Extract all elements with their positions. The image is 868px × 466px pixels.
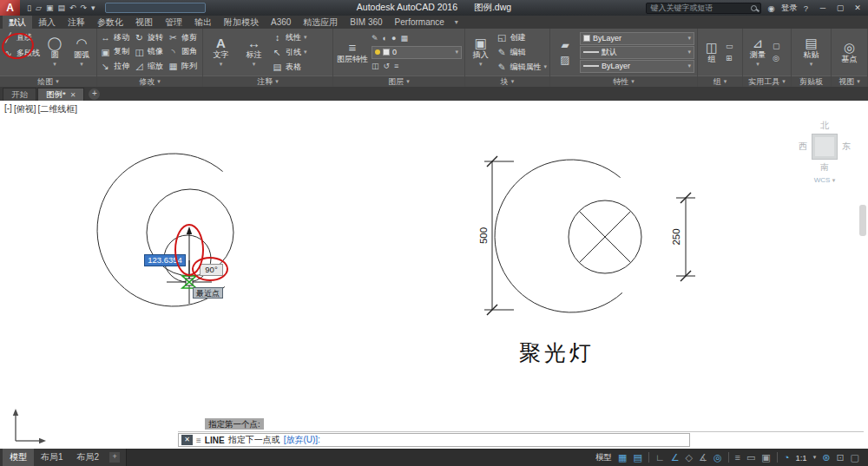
- panel-title-modify[interactable]: 修改 ▾: [97, 75, 202, 87]
- dimension-500[interactable]: 500: [478, 156, 514, 315]
- panel-title-layers[interactable]: 图层 ▾: [333, 75, 464, 87]
- signin-button[interactable]: 登录: [781, 3, 798, 14]
- ribbon-tab-bim360[interactable]: BIM 360: [344, 16, 388, 29]
- polar-tracking-icon[interactable]: ∠: [671, 452, 680, 463]
- leader-button[interactable]: ↖ 引线 ▾: [272, 45, 307, 59]
- navigation-bar[interactable]: [859, 205, 866, 236]
- dynamic-input-angle-field[interactable]: 90°: [200, 264, 223, 276]
- measure-button[interactable]: ⊿ 测量 ▾: [746, 30, 770, 74]
- redo-icon[interactable]: ↷: [80, 3, 87, 12]
- person-icon[interactable]: ◉: [767, 3, 774, 13]
- insert-block-button[interactable]: ▣ 插入 ▾: [468, 30, 493, 74]
- viewcube-south[interactable]: 南: [793, 161, 856, 174]
- base-point-button[interactable]: ◎ 基点: [834, 30, 865, 74]
- edit-attributes-button[interactable]: ✎ 编辑属性 ▾: [496, 60, 547, 74]
- circle-button[interactable]: ◯ 圆 ▾: [43, 30, 67, 74]
- linetype-dropdown[interactable]: ByLayer ▾: [580, 60, 694, 73]
- panel-title-utilities[interactable]: 实用工具 ▾: [743, 75, 791, 87]
- stretch-button[interactable]: ↘拉伸: [100, 59, 132, 73]
- lineweight-icon[interactable]: ≡: [735, 452, 740, 463]
- layer-tool-icon[interactable]: ◫: [372, 62, 379, 70]
- paste-button[interactable]: ▤ 粘贴 ▾: [796, 30, 826, 74]
- isometric-drafting-icon[interactable]: ◇: [686, 452, 693, 463]
- file-tab-document[interactable]: 图例* ✕: [37, 88, 84, 101]
- viewcube-west[interactable]: 西: [799, 141, 807, 153]
- workspace-dropdown[interactable]: [105, 3, 206, 13]
- dimension-250[interactable]: 250: [671, 193, 695, 281]
- caption-text[interactable]: 聚光灯: [519, 341, 595, 364]
- selection-cycling-icon[interactable]: ▣: [761, 452, 770, 463]
- group-button[interactable]: ◫ 组: [700, 30, 723, 74]
- close-tab-icon[interactable]: ✕: [70, 91, 76, 99]
- command-close-icon[interactable]: ✕: [181, 435, 193, 445]
- viewcube-north[interactable]: 北: [793, 120, 856, 132]
- app-menu-button[interactable]: A: [0, 0, 20, 16]
- group-tool-icon[interactable]: ⊞: [726, 54, 733, 62]
- right-figure[interactable]: [495, 160, 641, 312]
- close-button[interactable]: ✕: [849, 0, 866, 16]
- command-option-link[interactable]: [放弃(U)]:: [284, 434, 320, 446]
- move-button[interactable]: ↔移动: [100, 30, 132, 44]
- layer-tool-icon[interactable]: ≡: [394, 62, 398, 70]
- add-layout-button[interactable]: +: [109, 452, 120, 463]
- mirror-button[interactable]: ◫镜像: [134, 45, 166, 59]
- match-properties-icon[interactable]: ▰: [561, 39, 569, 51]
- panel-title-view[interactable]: 视图 ▾: [832, 75, 867, 87]
- left-figure[interactable]: [97, 154, 233, 306]
- ribbon-collapse-icon[interactable]: ▾: [450, 16, 463, 29]
- ribbon-tab-manage[interactable]: 管理: [159, 16, 188, 29]
- annotation-monitor-icon[interactable]: ⊡: [836, 452, 844, 463]
- annotation-scale-button[interactable]: 1:1: [795, 453, 806, 463]
- group-tool-icon[interactable]: ▭: [726, 42, 733, 50]
- ribbon-tab-annotate[interactable]: 注释: [62, 16, 91, 29]
- panel-title-properties[interactable]: 特性 ▾: [550, 75, 697, 87]
- trim-button[interactable]: ✂修剪: [168, 30, 200, 44]
- save-icon[interactable]: ▣: [46, 3, 54, 12]
- command-customize-icon[interactable]: ≡: [196, 436, 201, 445]
- panel-title-draw[interactable]: 绘图 ▾: [0, 75, 96, 87]
- layer-tool-icon[interactable]: ●: [391, 34, 396, 43]
- copy-button[interactable]: ▣复制: [100, 45, 132, 59]
- table-button[interactable]: ▤ 表格: [272, 60, 307, 74]
- panel-title-groups[interactable]: 组 ▾: [698, 75, 742, 87]
- annotation-visibility-icon[interactable]: ◔: [784, 452, 790, 463]
- object-snap-icon[interactable]: ◎: [713, 452, 722, 463]
- ucs-icon[interactable]: [13, 409, 46, 443]
- layer-tool-icon[interactable]: ▦: [400, 34, 408, 43]
- layer-dropdown[interactable]: 0 ▾: [372, 46, 462, 59]
- file-tab-start[interactable]: 开始: [3, 88, 36, 101]
- polyline-button[interactable]: ∿ 多段线: [3, 46, 40, 60]
- ortho-icon[interactable]: ∟: [655, 452, 665, 463]
- ribbon-tab-home[interactable]: 默认: [3, 16, 32, 29]
- qat-caret-icon[interactable]: ▾: [91, 3, 95, 12]
- text-button[interactable]: A 文字 ▾: [206, 30, 236, 74]
- panel-title-annotation[interactable]: 注释 ▾: [203, 75, 332, 87]
- minimize-button[interactable]: ─: [814, 0, 832, 16]
- utility-tool-icon[interactable]: ◎: [773, 54, 780, 62]
- layout2-tab[interactable]: 布局2: [70, 449, 107, 466]
- layer-properties-button[interactable]: ≡ 图层特性: [336, 30, 369, 74]
- viewcube-east[interactable]: 东: [842, 141, 851, 153]
- dynamic-input-length-field[interactable]: 123.6354: [144, 254, 186, 266]
- panel-title-clipboard[interactable]: 剪贴板: [792, 75, 831, 87]
- search-input[interactable]: [650, 3, 747, 12]
- maximize-button[interactable]: ▢: [832, 0, 849, 16]
- grid-icon[interactable]: ▦: [618, 452, 627, 463]
- array-button[interactable]: ▦阵列: [168, 59, 200, 73]
- line-button[interactable]: ╱ 直线: [3, 30, 40, 44]
- model-space-button[interactable]: 模型: [595, 452, 612, 463]
- layer-tool-icon[interactable]: ✎: [372, 34, 378, 43]
- transparency-icon[interactable]: ▭: [746, 452, 755, 463]
- layer-tool-icon[interactable]: ◐: [383, 34, 387, 43]
- dimension-button[interactable]: ↔ 标注 ▾: [239, 30, 269, 74]
- edit-block-button[interactable]: ✎ 编辑: [496, 45, 547, 59]
- new-tab-button[interactable]: +: [89, 89, 100, 100]
- ribbon-tab-parametric[interactable]: 参数化: [91, 16, 129, 29]
- new-file-icon[interactable]: ▯: [27, 3, 31, 12]
- ribbon-tab-performance[interactable]: Performance: [389, 16, 450, 29]
- ribbon-tab-view[interactable]: 视图: [129, 16, 159, 29]
- drawing-viewport[interactable]: 500 250 聚光灯: [0, 101, 868, 449]
- viewcube-face[interactable]: [812, 134, 838, 160]
- ribbon-tab-insert[interactable]: 插入: [32, 16, 62, 29]
- viewcube-wcs-menu[interactable]: WCS ▾: [793, 176, 856, 184]
